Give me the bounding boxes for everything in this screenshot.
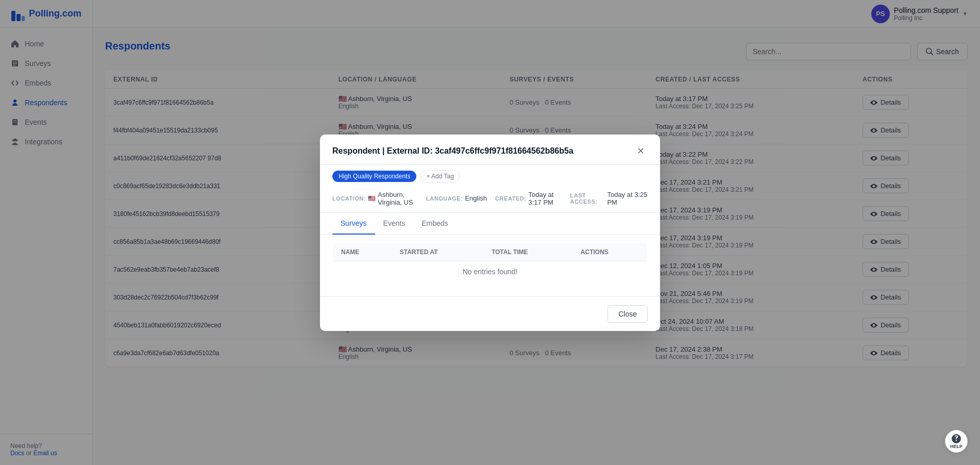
help-button[interactable]: HELP bbox=[945, 430, 968, 453]
add-tag-button[interactable]: + Add Tag bbox=[420, 170, 460, 182]
tab-events[interactable]: Events bbox=[375, 213, 414, 235]
modal-col-time: TOTAL TIME bbox=[483, 243, 572, 261]
language-value: English bbox=[465, 194, 487, 202]
help-icon bbox=[952, 434, 961, 443]
modal-meta: LOCATION: 🇺🇸 Ashburn, Virginia, US LANGU… bbox=[320, 188, 660, 213]
created-label: CREATED: bbox=[495, 195, 526, 202]
respondent-modal: Respondent | External ID: 3caf497c6ffc9f… bbox=[320, 135, 660, 331]
location-value: Ashburn, Virginia, US bbox=[378, 191, 418, 206]
hqr-tag: High Quality Respondents bbox=[332, 171, 416, 182]
table-row: No entries found! bbox=[333, 261, 648, 282]
modal-tags: High Quality Respondents + Add Tag bbox=[320, 165, 660, 188]
last-access-value: Today at 3:25 PM bbox=[607, 191, 648, 206]
modal-footer: Close bbox=[320, 296, 660, 331]
modal-col-name: NAME bbox=[333, 243, 392, 261]
modal-close-footer-button[interactable]: Close bbox=[607, 305, 648, 323]
modal-header: Respondent | External ID: 3caf497c6ffc9f… bbox=[320, 135, 660, 165]
help-label: HELP bbox=[950, 444, 962, 449]
location-meta: LOCATION: 🇺🇸 Ashburn, Virginia, US bbox=[332, 191, 418, 206]
modal-col-actions: ACTIONS bbox=[572, 243, 648, 261]
modal-inner-table: NAME STARTED AT TOTAL TIME ACTIONS No en… bbox=[332, 243, 648, 283]
modal-title: Respondent | External ID: 3caf497c6ffc9f… bbox=[332, 146, 573, 156]
modal-col-started: STARTED AT bbox=[392, 243, 483, 261]
tab-embeds[interactable]: Embeds bbox=[413, 213, 456, 235]
modal-overlay: Respondent | External ID: 3caf497c6ffc9f… bbox=[0, 0, 980, 465]
tab-surveys[interactable]: Surveys bbox=[332, 213, 375, 235]
last-access-label: LAST ACCESS: bbox=[570, 192, 605, 205]
modal-tabs: Surveys Events Embeds bbox=[320, 213, 660, 235]
flag-icon: 🇺🇸 bbox=[368, 195, 376, 202]
last-access-meta: LAST ACCESS: Today at 3:25 PM bbox=[570, 191, 648, 206]
created-value: Today at 3:17 PM bbox=[529, 191, 562, 206]
created-meta: CREATED: Today at 3:17 PM bbox=[495, 191, 562, 206]
modal-table-wrap: NAME STARTED AT TOTAL TIME ACTIONS No en… bbox=[320, 235, 660, 296]
no-entries-message: No entries found! bbox=[333, 261, 648, 282]
location-label: LOCATION: bbox=[332, 195, 366, 202]
language-meta: LANGUAGE: English bbox=[426, 194, 487, 202]
language-label: LANGUAGE: bbox=[426, 195, 463, 202]
modal-close-button[interactable]: ✕ bbox=[633, 144, 648, 158]
